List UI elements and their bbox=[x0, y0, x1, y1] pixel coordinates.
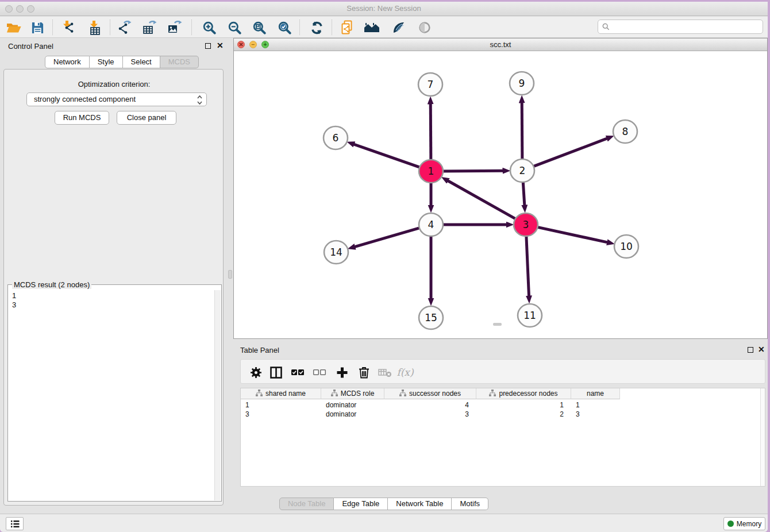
network-vscroll-thumb[interactable] bbox=[228, 270, 232, 279]
network-view-titlebar[interactable]: ✕ − + scc.txt bbox=[234, 38, 767, 51]
main-toolbar bbox=[0, 17, 768, 38]
cell-successor-nodes[interactable]: 4 bbox=[384, 400, 476, 410]
column-label: predecessor nodes bbox=[499, 390, 557, 398]
graph-node-8[interactable]: 8 bbox=[613, 120, 637, 143]
graph-node-14[interactable]: 14 bbox=[324, 241, 348, 264]
zoom-in-icon[interactable] bbox=[201, 20, 217, 36]
graph-edge-1-6[interactable] bbox=[354, 144, 421, 168]
column-header-predecessor-nodes[interactable]: predecessor nodes bbox=[476, 388, 571, 399]
graph-edge-2-9[interactable] bbox=[522, 102, 522, 160]
graph-node-2[interactable]: 2 bbox=[510, 159, 534, 182]
svg-text:3: 3 bbox=[523, 219, 529, 230]
graph-node-9[interactable]: 9 bbox=[510, 72, 534, 95]
refresh-icon[interactable] bbox=[309, 20, 325, 36]
graph-node-4[interactable]: 4 bbox=[419, 213, 443, 236]
column-header-successor-nodes[interactable]: successor nodes bbox=[384, 388, 476, 399]
tab-network[interactable]: Network bbox=[45, 56, 90, 68]
control-panel-close-icon[interactable]: ✕ bbox=[217, 42, 224, 49]
memory-button[interactable]: Memory bbox=[723, 517, 765, 530]
tab-edge-table[interactable]: Edge Table bbox=[334, 498, 388, 510]
table-panel-close-icon[interactable]: ✕ bbox=[758, 346, 765, 353]
tab-node-table[interactable]: Node Table bbox=[279, 498, 334, 510]
tab-network-table[interactable]: Network Table bbox=[388, 498, 452, 510]
split-table-icon[interactable] bbox=[268, 364, 284, 380]
graph-node-7[interactable]: 7 bbox=[418, 73, 442, 96]
cell-MCDS-role[interactable]: dominator bbox=[321, 410, 384, 419]
graph-edge-3-1[interactable] bbox=[448, 180, 517, 219]
graph-edge-1-7[interactable] bbox=[430, 103, 431, 160]
cell-shared-name[interactable]: 3 bbox=[241, 410, 321, 419]
tab-style[interactable]: Style bbox=[90, 56, 123, 68]
duplicate-network-icon[interactable] bbox=[340, 20, 356, 36]
graph-node-10[interactable]: 10 bbox=[614, 235, 638, 258]
save-session-icon[interactable] bbox=[29, 20, 45, 36]
table-row[interactable]: 1dominator411 bbox=[241, 400, 620, 410]
toolbar-separator bbox=[191, 20, 192, 35]
network-canvas[interactable]: 1234678910111415 bbox=[234, 51, 767, 338]
column-header-name[interactable]: name bbox=[571, 388, 620, 399]
node-table: shared nameMCDS rolesuccessor nodesprede… bbox=[240, 388, 765, 487]
zoom-out-icon[interactable] bbox=[226, 20, 242, 36]
import-network-icon[interactable] bbox=[60, 20, 76, 36]
task-history-button[interactable] bbox=[6, 517, 24, 530]
delete-column-icon[interactable] bbox=[356, 364, 372, 380]
mcds-result-scrollbar[interactable] bbox=[214, 290, 221, 500]
criterion-select[interactable]: strongly connected component bbox=[26, 92, 207, 106]
search-input[interactable] bbox=[612, 21, 760, 33]
window-title: Session: New Session bbox=[0, 4, 768, 13]
graph-edge-3-11[interactable] bbox=[526, 235, 529, 296]
zoom-fit-icon[interactable] bbox=[251, 20, 267, 36]
close-panel-button[interactable]: Close panel bbox=[117, 111, 176, 125]
cell-predecessor-nodes[interactable]: 1 bbox=[476, 400, 571, 410]
graph-edge-4-14[interactable] bbox=[355, 228, 421, 246]
tab-select[interactable]: Select bbox=[123, 56, 160, 68]
add-column-icon[interactable] bbox=[334, 364, 350, 380]
svg-text:1: 1 bbox=[428, 165, 434, 177]
graph-node-11[interactable]: 11 bbox=[518, 304, 542, 327]
svg-text:14: 14 bbox=[330, 246, 342, 258]
svg-text:4: 4 bbox=[428, 219, 434, 230]
svg-text:15: 15 bbox=[425, 312, 437, 323]
mcds-result-text[interactable]: 1 3 bbox=[9, 290, 214, 500]
run-mcds-button[interactable]: Run MCDS bbox=[55, 111, 109, 125]
cell-MCDS-role[interactable]: dominator bbox=[321, 400, 384, 410]
column-header-MCDS-role[interactable]: MCDS role bbox=[321, 388, 384, 399]
table-scrollbar[interactable] bbox=[760, 388, 765, 486]
column-header-shared-name[interactable]: shared name bbox=[241, 388, 321, 399]
table-panel-float-icon[interactable] bbox=[748, 347, 753, 353]
open-session-icon[interactable] bbox=[6, 20, 22, 36]
control-panel-float-icon[interactable] bbox=[205, 43, 211, 49]
cell-predecessor-nodes[interactable]: 2 bbox=[476, 410, 571, 419]
graph-node-6[interactable]: 6 bbox=[324, 126, 348, 149]
tab-mcds[interactable]: MCDS bbox=[160, 56, 199, 68]
table-row[interactable]: 3dominator323 bbox=[241, 410, 620, 419]
import-table-icon[interactable] bbox=[87, 20, 103, 36]
graph-edge-3-10[interactable] bbox=[536, 227, 607, 242]
home-icon[interactable] bbox=[364, 20, 380, 36]
deselect-all-checkboxes-icon[interactable] bbox=[311, 364, 328, 380]
graph-edge-2-8[interactable] bbox=[532, 138, 607, 167]
network-hscroll-thumb[interactable] bbox=[493, 323, 502, 326]
toolbar-separator bbox=[110, 20, 110, 35]
zoom-selected-icon[interactable] bbox=[276, 20, 292, 36]
export-table-icon[interactable] bbox=[142, 20, 158, 36]
graph-node-1[interactable]: 1 bbox=[419, 160, 443, 183]
tab-motifs[interactable]: Motifs bbox=[452, 498, 488, 510]
graph-node-15[interactable]: 15 bbox=[419, 306, 443, 329]
list-icon bbox=[10, 519, 20, 529]
cell-name[interactable]: 1 bbox=[571, 400, 620, 410]
graph-edge-1-2[interactable] bbox=[441, 171, 503, 171]
table-settings-icon[interactable] bbox=[248, 364, 264, 380]
search-box[interactable] bbox=[598, 20, 763, 34]
export-network-icon[interactable] bbox=[117, 20, 133, 36]
cell-shared-name[interactable]: 1 bbox=[241, 400, 321, 410]
graph-edge-2-3[interactable] bbox=[523, 181, 525, 205]
render-style-icon[interactable] bbox=[391, 20, 407, 36]
column-label: shared name bbox=[265, 390, 306, 398]
export-image-icon[interactable] bbox=[167, 20, 183, 36]
cell-name[interactable]: 3 bbox=[571, 410, 620, 419]
cell-successor-nodes[interactable]: 3 bbox=[384, 410, 476, 419]
select-all-checkboxes-icon[interactable] bbox=[290, 364, 306, 380]
svg-text:11: 11 bbox=[523, 310, 536, 321]
graph-node-3[interactable]: 3 bbox=[514, 213, 538, 236]
